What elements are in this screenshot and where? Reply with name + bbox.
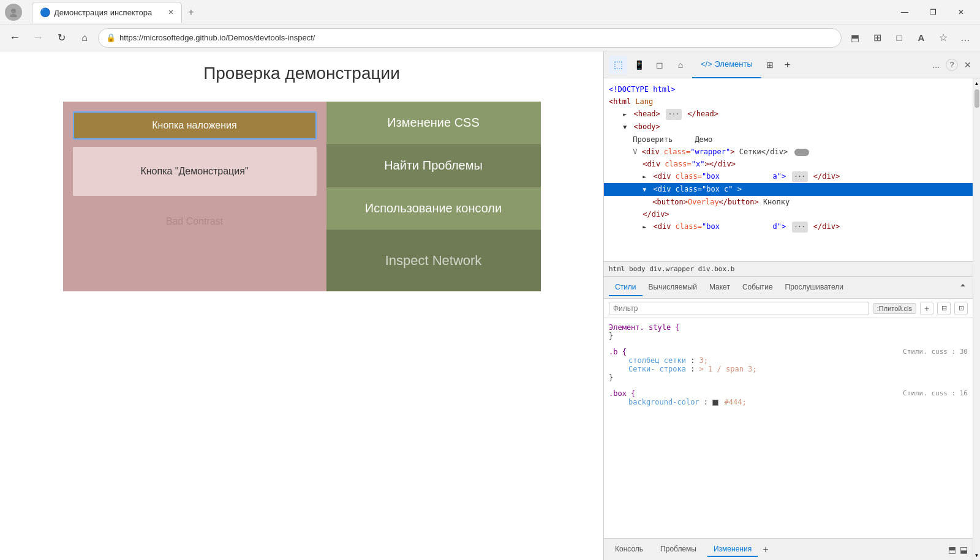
- new-tab-button[interactable]: +: [182, 3, 200, 21]
- scroll-down[interactable]: ▼: [973, 550, 980, 560]
- screencast-button[interactable]: ◻: [650, 56, 669, 74]
- browser-tab[interactable]: 🔵 Демонстрация инспектора ✕: [32, 2, 182, 23]
- add-rule-button[interactable]: +: [920, 302, 933, 315]
- user-avatar: [5, 4, 22, 21]
- scroll-thumb[interactable]: [974, 89, 979, 108]
- undock-button[interactable]: ⬓: [960, 545, 968, 554]
- tab-network[interactable]: ⊞: [761, 56, 778, 73]
- export-button[interactable]: ⊡: [954, 302, 968, 315]
- html-box-a[interactable]: ► <div class="box a"> ··· </div>: [604, 170, 973, 183]
- styles-more-button[interactable]: [958, 282, 968, 294]
- devtools-panel: ⬚ 📱 ◻ ⌂ </> Элементы ⊞ + ... ? ✕: [603, 51, 980, 560]
- html-doctype[interactable]: <!DOCTYPE html>: [604, 83, 973, 95]
- styles-filter-bar: :Плитой.cls + ⊟ ⊡: [604, 299, 973, 318]
- svg-point-0: [11, 9, 16, 13]
- filter-cls-button[interactable]: :Плитой.cls: [873, 303, 916, 314]
- inspect-network-item[interactable]: Inspect Network: [326, 230, 541, 291]
- cast-button[interactable]: ⬒: [845, 28, 865, 48]
- tab-favicon: 🔵: [40, 7, 50, 17]
- close-button[interactable]: ✕: [947, 2, 975, 22]
- svg-point-1: [10, 14, 17, 17]
- tab-computed[interactable]: Вычисляемый: [643, 279, 703, 296]
- html-box-c[interactable]: ▼ <div class="box c" >: [604, 183, 973, 196]
- help-button[interactable]: ?: [946, 59, 958, 71]
- reading-mode-button[interactable]: □: [889, 28, 909, 48]
- scroll-up[interactable]: ▲: [973, 78, 980, 88]
- url-text: https://microsoftedge.github.io/Demos/de…: [119, 33, 834, 42]
- tab-changes[interactable]: Изменения: [707, 542, 758, 557]
- navigation-bar: ← → ↻ ⌂ 🔒 https://microsoftedge.github.i…: [0, 24, 980, 51]
- reader-fonts-button[interactable]: A: [911, 28, 931, 48]
- webpage-content: Проверка демонстрации Кнопка наложения К…: [0, 51, 603, 560]
- find-issues-item[interactable]: Найти Проблемы: [326, 144, 541, 187]
- html-head[interactable]: ► <head> ··· </head>: [604, 108, 973, 121]
- grid-left: Кнопка наложения Кнопка "Демонстрация" B…: [63, 102, 326, 291]
- html-root[interactable]: <html Lang: [604, 95, 973, 108]
- devtools-home-button[interactable]: ⌂: [671, 56, 690, 74]
- inspect-element-button[interactable]: ⬚: [609, 56, 627, 74]
- html-wrapper[interactable]: V <div class="wrapper"> Сетки</div>: [604, 146, 973, 158]
- tab-problems[interactable]: Проблемы: [654, 542, 703, 557]
- maximize-button[interactable]: ❐: [919, 2, 947, 22]
- bad-contrast-button[interactable]: Bad Contrast: [73, 203, 317, 240]
- favorites-button[interactable]: ☆: [933, 28, 953, 48]
- tab-styles[interactable]: Стили: [609, 279, 643, 296]
- css-rule-element-style: Элемент. style { }: [609, 323, 968, 340]
- styles-panel: Стили Вычисляемый Макет Событие Прослуши…: [604, 277, 973, 538]
- tab-title: Демонстрация инспектора: [54, 8, 152, 17]
- minimize-button[interactable]: —: [891, 2, 919, 22]
- html-body[interactable]: ▼ <body>: [604, 121, 973, 133]
- css-prop-bg[interactable]: background-color : #444;: [619, 398, 968, 406]
- more-tools-button[interactable]: ...: [929, 56, 943, 73]
- css-source-box[interactable]: Стили. cuss : 16: [903, 389, 968, 398]
- toggle-sidebar-button[interactable]: ⊟: [937, 302, 951, 315]
- html-box-d[interactable]: ► <div class="box d"> ··· </div>: [604, 220, 973, 233]
- address-bar[interactable]: 🔒 https://microsoftedge.github.io/Demos/…: [98, 28, 842, 48]
- overlay-button[interactable]: Кнопка наложения: [73, 111, 317, 140]
- refresh-button[interactable]: ↻: [51, 28, 71, 48]
- home-button[interactable]: ⌂: [75, 28, 94, 48]
- more-button[interactable]: …: [956, 28, 975, 48]
- devtools-scrollbar[interactable]: ▲ ▼: [973, 78, 980, 560]
- forward-button[interactable]: →: [28, 28, 48, 48]
- css-rule-box: .box { Стили. cuss : 16 background-color…: [609, 389, 968, 406]
- css-prop-grid-row[interactable]: Сетки- строка : > 1 / span 3;: [619, 365, 968, 373]
- html-div-x[interactable]: <div class="x"></div>: [604, 158, 973, 170]
- breadcrumb: html body div.wrapper div.box.b: [604, 262, 973, 277]
- tab-event[interactable]: Событие: [736, 279, 779, 296]
- devtools-tabs: </> Элементы ⊞ +: [692, 51, 926, 78]
- tab-listeners[interactable]: Прослушиватели: [779, 279, 850, 296]
- add-tab-button[interactable]: +: [763, 544, 768, 555]
- tab-layout[interactable]: Макет: [703, 279, 736, 296]
- back-button[interactable]: ←: [5, 28, 24, 48]
- styles-tabs: Стили Вычисляемый Макет Событие Прослуши…: [604, 277, 973, 299]
- demo-grid: Кнопка наложения Кнопка "Демонстрация" B…: [63, 102, 541, 291]
- grid-right: Изменение CSS Найти Проблемы Использован…: [326, 102, 541, 291]
- html-tree: <!DOCTYPE html> <html Lang ► <head> ··· …: [604, 78, 973, 262]
- devtools-bottom-bar: Консоль Проблемы Изменения + ⬒ ⬓: [604, 538, 973, 560]
- close-devtools-button[interactable]: ✕: [960, 56, 975, 73]
- tab-console[interactable]: Консоль: [609, 542, 649, 557]
- css-rule-b: .b { Стили. cuss : 30 столбец сетки : 3;: [609, 348, 968, 382]
- css-rules: Элемент. style { } .b { Стили. cuss : 30: [604, 318, 973, 538]
- css-rule-selector[interactable]: Элемент. style {: [609, 323, 968, 332]
- html-close-div[interactable]: </div>: [604, 208, 973, 220]
- demo-button[interactable]: Кнопка "Демонстрация": [73, 147, 317, 196]
- tab-elements[interactable]: </> Элементы: [692, 51, 761, 78]
- css-change-item[interactable]: Изменение CSS: [326, 102, 541, 144]
- tab-add[interactable]: +: [778, 56, 797, 74]
- dock-button[interactable]: ⬒: [948, 545, 956, 554]
- use-console-item[interactable]: Использование консоли: [326, 187, 541, 230]
- color-swatch[interactable]: [712, 400, 718, 406]
- devtools-toolbar: ⬚ 📱 ◻ ⌂ </> Элементы ⊞ + ... ? ✕: [604, 51, 980, 78]
- lock-icon: 🔒: [106, 33, 116, 42]
- device-emulation-button[interactable]: 📱: [630, 56, 648, 74]
- browser-window: 🔵 Демонстрация инспектора ✕ + — ❐ ✕ ← → …: [0, 0, 980, 560]
- html-button[interactable]: <button>Overlay</button> Кнопку: [604, 196, 973, 208]
- tab-close-icon[interactable]: ✕: [168, 8, 174, 17]
- html-body-text[interactable]: Проверить Демо: [604, 133, 973, 146]
- css-prop-grid-col[interactable]: столбец сетки : 3;: [619, 356, 968, 365]
- css-source-b[interactable]: Стили. cuss : 30: [903, 348, 968, 356]
- collections-button[interactable]: ⊞: [867, 28, 887, 48]
- filter-input[interactable]: [609, 302, 869, 315]
